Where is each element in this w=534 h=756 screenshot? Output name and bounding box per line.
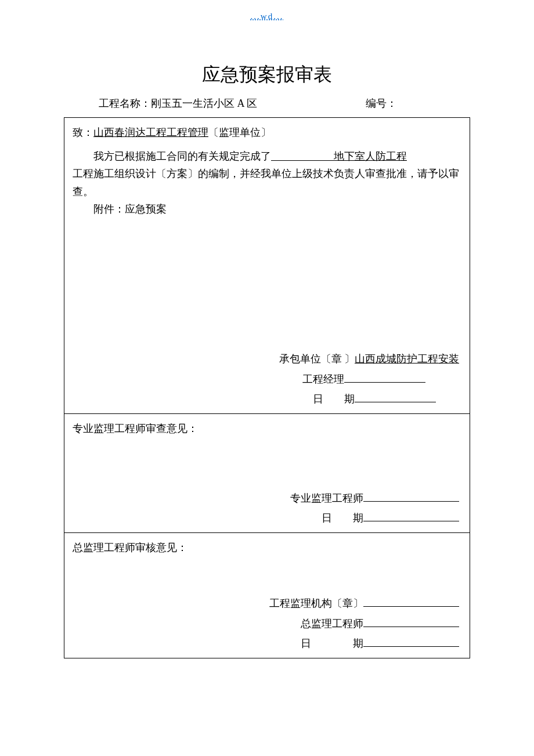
date-line1: 日 期 [279, 389, 460, 409]
contractor-label: 承包单位〔章 〕 [279, 353, 355, 365]
org-label: 工程监理机构〔章〕 [269, 597, 363, 609]
engineer-blank [363, 491, 459, 502]
project-label: 工程名称： [99, 98, 151, 109]
contractor-line: 承包单位〔章 〕山西成城防护工程安装 [279, 349, 460, 369]
date-blank1 [355, 392, 436, 402]
signature-applicant: 承包单位〔章 〕山西成城防护工程安装 工程经理 日 期 [279, 349, 460, 409]
signature-specialist: 专业监理工程师 日 期 [290, 488, 459, 528]
header-link[interactable]: ...wd... [251, 12, 284, 21]
date-line2: 日 期 [290, 508, 459, 528]
page-header: ...wd... [0, 0, 534, 21]
specialist-engineer-line: 专业监理工程师 [290, 488, 459, 508]
body-blank [271, 150, 334, 162]
number-label: 编号： [366, 98, 397, 109]
to-value: 山西春润达工程工程管理 [93, 127, 208, 138]
date-line3: 日 期 [269, 633, 459, 653]
section-chief: 总监理工程师审核意见： 工程监理机构〔章〕 总监理工程师 日 期 [64, 533, 470, 658]
chief-heading: 总监理工程师审核意见： [73, 539, 461, 557]
project-name-value: 刚玉五一生活小区 A 区 [151, 98, 257, 109]
document-title: 应急预案报审表 [0, 62, 534, 88]
chief-label: 总监理工程师 [301, 618, 363, 629]
body-prefix: 我方已根据施工合同的有关规定完成了 [93, 150, 271, 162]
signature-chief: 工程监理机构〔章〕 总监理工程师 日 期 [269, 593, 459, 653]
chief-engineer-line: 总监理工程师 [269, 614, 459, 633]
date-blank3 [363, 636, 459, 647]
manager-blank [344, 372, 425, 383]
meta-row: 工程名称：刚玉五一生活小区 A 区 编号： [0, 96, 534, 110]
project-name-field: 工程名称：刚玉五一生活小区 A 区 [99, 96, 366, 110]
form-table: 致：山西春润达工程工程管理〔监理单位〕 我方已根据施工合同的有关规定完成了 地下… [64, 117, 470, 658]
org-blank [363, 596, 459, 607]
body-project: 地下室人防工程 [334, 150, 407, 162]
to-suffix: 〔监理单位〕 [208, 127, 271, 138]
section-specialist: 专业监理工程师审查意见： 专业监理工程师 日 期 [64, 414, 470, 533]
date-blank2 [363, 511, 459, 521]
to-label: 致： [73, 127, 93, 138]
body-line1: 我方已根据施工合同的有关规定完成了 地下室人防工程 [73, 147, 461, 165]
date-label3: 日 期 [301, 638, 363, 649]
number-field: 编号： [366, 96, 470, 110]
manager-line: 工程经理 [279, 369, 460, 389]
chief-blank [363, 617, 459, 627]
to-line: 致：山西春润达工程工程管理〔监理单位〕 [73, 124, 461, 142]
contractor-value: 山西成城防护工程安装 [355, 353, 459, 365]
engineer-label: 专业监理工程师 [290, 492, 363, 504]
manager-label: 工程经理 [302, 373, 344, 385]
date-label2: 日 期 [322, 512, 363, 524]
date-label1: 日 期 [313, 393, 355, 405]
attachment-line: 附件：应急预案 [73, 200, 461, 218]
section-applicant: 致：山西春润达工程工程管理〔监理单位〕 我方已根据施工合同的有关规定完成了 地下… [64, 118, 470, 414]
specialist-heading: 专业监理工程师审查意见： [73, 420, 461, 438]
org-line: 工程监理机构〔章〕 [269, 593, 459, 613]
body-line2: 工程施工组织设计〔方案〕的编制，并经我单位上级技术负责人审查批准，请予以审查。 [73, 165, 461, 200]
